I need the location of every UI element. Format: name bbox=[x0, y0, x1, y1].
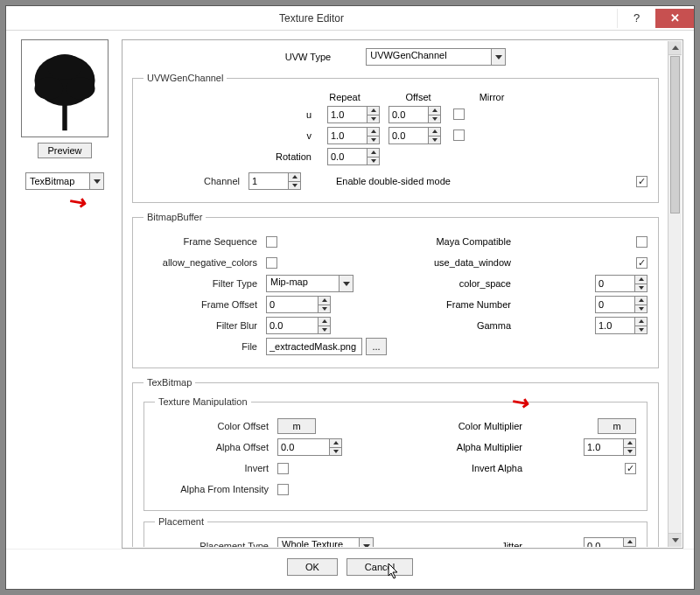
alpha-multiplier-label: Alpha Multiplier bbox=[417, 442, 531, 452]
u-mirror-checkbox[interactable] bbox=[453, 108, 465, 120]
scroll-thumb[interactable] bbox=[670, 56, 680, 214]
filter-blur-label: Filter Blur bbox=[144, 320, 266, 331]
file-browse-button[interactable]: ... bbox=[366, 338, 387, 355]
invert-label: Invert bbox=[155, 463, 277, 473]
texture-type-select[interactable]: TexBitmap bbox=[25, 172, 104, 190]
close-button[interactable]: ✕ bbox=[655, 9, 694, 28]
annotation-arrow-icon bbox=[64, 187, 91, 216]
col-repeat-label: Repeat bbox=[318, 92, 371, 102]
uvw-type-select[interactable]: UVWGenChannel bbox=[366, 48, 506, 66]
uvw-type-label: UVW Type bbox=[285, 52, 331, 62]
frame-number-stepper[interactable] bbox=[595, 296, 648, 313]
filter-blur-stepper[interactable] bbox=[266, 317, 331, 334]
gamma-label: Gamma bbox=[406, 320, 520, 331]
chevron-down-icon bbox=[491, 49, 505, 65]
channel-label: Channel bbox=[144, 176, 248, 186]
help-button[interactable]: ? bbox=[617, 9, 655, 28]
chevron-down-icon bbox=[339, 276, 353, 291]
svg-point-2 bbox=[34, 77, 63, 99]
window-title: Texture Editor bbox=[6, 12, 617, 24]
texture-type-value: TexBitmap bbox=[26, 176, 89, 186]
placement-type-select[interactable]: Whole Texture bbox=[277, 537, 374, 547]
preview-image bbox=[21, 39, 108, 137]
chevron-down-icon bbox=[89, 173, 103, 189]
invert-checkbox[interactable] bbox=[277, 463, 289, 474]
placement-type-label: Placement Type bbox=[155, 541, 277, 547]
placement-group: Placement Placement Type Whole Texture J… bbox=[144, 516, 648, 547]
filter-type-label: Filter Type bbox=[144, 278, 266, 289]
file-label: File bbox=[144, 341, 266, 352]
allow-negative-label: allow_negative_colors bbox=[144, 257, 266, 268]
jitter-stepper[interactable] bbox=[584, 537, 636, 547]
frame-offset-stepper[interactable] bbox=[266, 296, 331, 313]
col-mirror-label: Mirror bbox=[466, 92, 518, 102]
preview-button[interactable]: Preview bbox=[38, 143, 91, 158]
v-label: v bbox=[266, 130, 318, 141]
alpha-from-intensity-checkbox[interactable] bbox=[277, 484, 289, 495]
col-offset-label: Offset bbox=[392, 92, 444, 102]
channel-stepper[interactable] bbox=[248, 172, 301, 190]
v-repeat-stepper[interactable] bbox=[327, 127, 380, 144]
double-sided-checkbox[interactable] bbox=[636, 176, 648, 187]
rotation-stepper[interactable] bbox=[327, 148, 380, 165]
svg-point-3 bbox=[66, 77, 95, 99]
invert-alpha-label: Invert Alpha bbox=[417, 463, 531, 473]
color-space-label: color_space bbox=[406, 278, 520, 289]
alpha-offset-stepper[interactable] bbox=[277, 438, 342, 456]
uvw-group: UVWGenChannel Repeat Offset Mirror u bbox=[132, 73, 659, 203]
color-multiplier-button[interactable]: m bbox=[598, 418, 636, 434]
uvw-group-label: UVWGenChannel bbox=[144, 73, 227, 83]
rotation-label: Rotation bbox=[266, 151, 318, 162]
chevron-down-icon bbox=[359, 538, 373, 547]
alpha-from-intensity-label: Alpha From Intensity bbox=[155, 484, 277, 494]
u-offset-stepper[interactable] bbox=[388, 106, 441, 123]
color-offset-label: Color Offset bbox=[155, 421, 277, 431]
frame-sequence-checkbox[interactable] bbox=[266, 236, 277, 248]
placement-group-label: Placement bbox=[155, 516, 207, 527]
filter-type-select[interactable]: Mip-map bbox=[266, 275, 354, 292]
u-label: u bbox=[266, 109, 318, 120]
bitmap-buffer-group: BitmapBuffer Frame Sequence Maya Compati… bbox=[132, 212, 659, 368]
bitmap-buffer-label: BitmapBuffer bbox=[144, 212, 206, 222]
texture-manipulation-group: Texture Manipulation Color Offsetm Color… bbox=[144, 396, 648, 511]
alpha-multiplier-stepper[interactable] bbox=[584, 438, 636, 456]
file-field[interactable] bbox=[266, 338, 362, 355]
color-space-stepper[interactable] bbox=[595, 275, 648, 292]
filter-type-value: Mip-map bbox=[267, 276, 339, 291]
u-repeat-stepper[interactable] bbox=[327, 106, 380, 123]
color-multiplier-label: Color Multiplier bbox=[417, 421, 531, 431]
jitter-label: Jitter bbox=[417, 541, 531, 547]
use-data-window-checkbox[interactable] bbox=[636, 257, 648, 269]
scrollbar[interactable] bbox=[668, 41, 682, 547]
gamma-stepper[interactable] bbox=[595, 317, 648, 334]
uvw-type-value: UVWGenChannel bbox=[367, 49, 491, 65]
allow-negative-checkbox[interactable] bbox=[266, 257, 277, 269]
alpha-offset-label: Alpha Offset bbox=[155, 442, 277, 452]
placement-type-value: Whole Texture bbox=[278, 538, 359, 547]
double-sided-label: Enable double-sided mode bbox=[336, 176, 451, 186]
v-mirror-checkbox[interactable] bbox=[453, 130, 465, 141]
texbitmap-group: TexBitmap Texture Manipulation Color Off… bbox=[132, 377, 659, 547]
texture-manipulation-label: Texture Manipulation bbox=[155, 396, 251, 407]
invert-alpha-checkbox[interactable] bbox=[625, 463, 636, 474]
svg-point-4 bbox=[47, 54, 82, 80]
texbitmap-label: TexBitmap bbox=[144, 377, 195, 388]
cancel-button[interactable]: Cancel bbox=[346, 558, 413, 576]
frame-number-label: Frame Number bbox=[406, 299, 520, 310]
ok-button[interactable]: OK bbox=[287, 558, 338, 576]
maya-compatible-label: Maya Compatible bbox=[406, 236, 520, 247]
v-offset-stepper[interactable] bbox=[388, 127, 441, 144]
scroll-down-button[interactable] bbox=[668, 533, 682, 547]
frame-sequence-label: Frame Sequence bbox=[144, 236, 266, 247]
frame-offset-label: Frame Offset bbox=[144, 299, 266, 310]
use-data-window-label: use_data_window bbox=[406, 257, 520, 268]
color-offset-button[interactable]: m bbox=[277, 418, 316, 434]
scroll-up-button[interactable] bbox=[668, 41, 682, 55]
maya-compatible-checkbox[interactable] bbox=[636, 236, 648, 248]
